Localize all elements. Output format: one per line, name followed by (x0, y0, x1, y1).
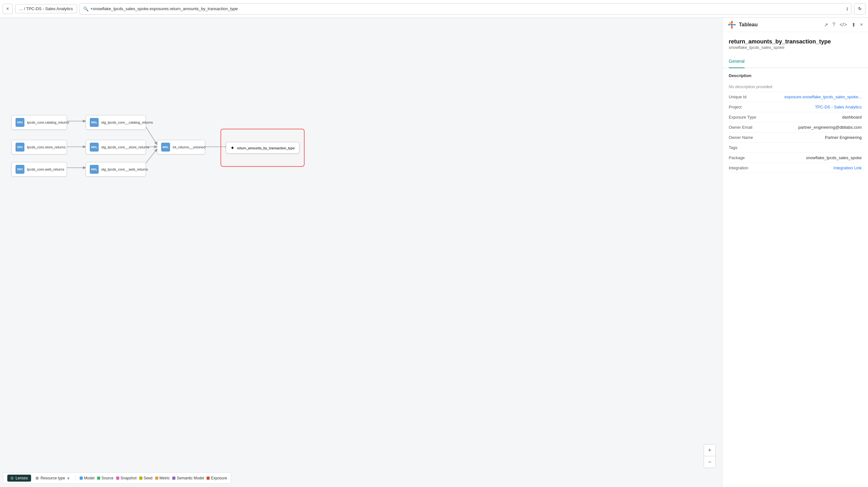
dag-node-int-returns[interactable]: MDL int_returns__unioned (157, 140, 205, 154)
legend-semantic-model-label: Semantic Model (177, 476, 204, 480)
package-label: Package (729, 155, 767, 160)
mdl-icon: MDL (90, 118, 99, 127)
share-icon[interactable]: ⬆ (851, 22, 856, 28)
svg-rect-11 (729, 22, 731, 24)
legend-snapshot-label: Snapshot (121, 476, 137, 480)
tableau-brand: Tableau (727, 20, 757, 29)
dag-canvas-area: SRC tpcds_core.catalog_returns SRC tpcds… (0, 18, 722, 487)
dag-node-catalog-returns[interactable]: SRC tpcds_core.catalog_returns (11, 115, 67, 130)
src-icon: SRC (16, 118, 24, 127)
search-input[interactable] (90, 6, 844, 11)
exposure-type-value: dashboard (842, 115, 862, 120)
package-row: Package snowflake_tpcds_sales_spoke (729, 153, 862, 163)
tab-general[interactable]: General (729, 55, 745, 68)
owner-name-row: Owner Name Partner Engineering (729, 133, 862, 143)
lenses-button[interactable]: ⊙ Lenses (7, 475, 31, 482)
dag-node-stg-catalog[interactable]: MDL stg_tpcds_core__catalog_returns (86, 115, 146, 130)
node-label: tpcds_core.web_returns (27, 167, 64, 171)
legend-seed-label: Seed (144, 476, 153, 480)
integration-label: Integration (729, 165, 767, 170)
mdl-icon: MDL (90, 143, 99, 152)
close-button[interactable]: × (3, 4, 13, 14)
legend-separator (75, 476, 76, 481)
refresh-button[interactable]: ↻ (854, 3, 865, 14)
external-link-icon[interactable]: ↗ (824, 22, 828, 28)
integration-row: Integration Integration Link (729, 163, 862, 173)
legend-source: Source (97, 476, 114, 480)
legend-semantic-model: Semantic Model (172, 476, 204, 480)
legend-metric: Metric (155, 476, 170, 480)
resource-type-icon: ⊞ (35, 476, 39, 480)
node-label: stg_tpcds_core__store_returns (101, 145, 149, 149)
project-label: Project (729, 105, 767, 109)
legend-seed: Seed (139, 476, 153, 480)
node-label: tpcds_core.store_returns (27, 145, 66, 149)
mdl-icon: MDL (90, 165, 99, 174)
src-icon: SRC (16, 165, 24, 174)
search-bar: 🔍 ℹ (80, 3, 851, 14)
code-icon[interactable]: </> (840, 22, 847, 28)
resource-type-button[interactable]: ⊞ Resource type ∨ (34, 475, 72, 481)
panel-content: Description No description provided. Uni… (722, 68, 868, 178)
dag-node-web-returns[interactable]: SRC tpcds_core.web_returns (11, 162, 67, 176)
unique-id-label: Unique Id (729, 95, 767, 99)
exposure-container: ✦ return_amounts_by_transaction_type (220, 129, 305, 167)
search-icon: 🔍 (83, 6, 89, 11)
project-row: Project TPC-DS - Sales Analytics (729, 102, 862, 112)
right-panel: Tableau ↗ ? </> ⬆ × return_amounts_by_tr… (722, 18, 868, 487)
help-icon[interactable]: ? (833, 22, 835, 28)
tableau-icon: ✦ (230, 145, 235, 151)
panel-title: return_amounts_by_transaction_type (729, 38, 862, 45)
bottom-bar: ⊙ Lenses ⊞ Resource type ∨ Model Source … (3, 473, 231, 484)
owner-name-label: Owner Name (729, 135, 767, 140)
exposure-type-row: Exposure Type dashboard (729, 112, 862, 122)
svg-rect-7 (731, 21, 733, 24)
zoom-out-button[interactable]: − (704, 456, 715, 468)
resource-type-label: Resource type (41, 476, 65, 480)
node-label: int_returns__unioned (173, 145, 205, 149)
panel-tabs: General (722, 55, 868, 68)
owner-email-value: partner_engineering@dbtlabs.com (798, 125, 862, 130)
info-icon[interactable]: ℹ (846, 6, 848, 11)
dag-node-exposure[interactable]: ✦ return_amounts_by_transaction_type (225, 142, 300, 154)
legend-snapshot: Snapshot (116, 476, 137, 480)
panel-subtitle: snowflake_tpcds_sales_spoke (729, 45, 862, 50)
project-value[interactable]: TPC-DS - Sales Analytics (815, 105, 862, 109)
svg-rect-10 (733, 24, 736, 25)
tags-label: Tags (729, 145, 767, 150)
refresh-icon: ↻ (858, 6, 862, 11)
dag-node-store-returns[interactable]: SRC tpcds_core.store_returns (11, 140, 67, 154)
dag-node-stg-store[interactable]: MDL stg_tpcds_core__store_returns (86, 140, 146, 154)
owner-email-label: Owner Email (729, 125, 767, 130)
legend-metric-label: Metric (160, 476, 170, 480)
description-section-title: Description (729, 73, 862, 78)
chevron-down-icon: ∨ (67, 476, 70, 480)
tags-row: Tags (729, 143, 862, 153)
unique-id-value[interactable]: exposure.snowflake_tpcds_sales_spoke... (784, 95, 862, 99)
svg-rect-9 (728, 24, 731, 25)
description-row: No description provided. (729, 82, 862, 92)
node-label: tpcds_core.catalog_returns (27, 121, 69, 124)
panel-close-icon[interactable]: × (860, 22, 863, 28)
legend-model: Model (80, 476, 95, 480)
zoom-in-button[interactable]: + (704, 445, 715, 456)
unique-id-row: Unique Id exposure.snowflake_tpcds_sales… (729, 92, 862, 102)
node-label: return_amounts_by_transaction_type (237, 146, 295, 150)
zoom-controls: + − (704, 444, 716, 468)
integration-value[interactable]: Integration Link (833, 165, 862, 170)
legend-exposure: Exposure (207, 476, 227, 480)
owner-name-value: Partner Engineering (825, 135, 862, 140)
dag-arrows (0, 18, 722, 487)
lenses-icon: ⊙ (10, 476, 13, 480)
svg-rect-8 (731, 26, 733, 29)
lenses-label: Lenses (16, 476, 28, 480)
package-value: snowflake_tpcds_sales_spoke (806, 155, 862, 160)
tableau-app-name: Tableau (739, 22, 757, 28)
mdl-icon: MDL (161, 143, 170, 152)
tableau-logo-icon (727, 20, 736, 29)
exposure-type-label: Exposure Type (729, 115, 767, 120)
node-label: stg_tpcds_core__catalog_returns (101, 121, 153, 124)
dag-node-stg-web[interactable]: MDL stg_tpcds_core__web_returns (86, 162, 146, 176)
legend-model-label: Model (84, 476, 95, 480)
breadcrumb-tab[interactable]: ... / TPC-DS - Sales Analytics (15, 4, 77, 13)
